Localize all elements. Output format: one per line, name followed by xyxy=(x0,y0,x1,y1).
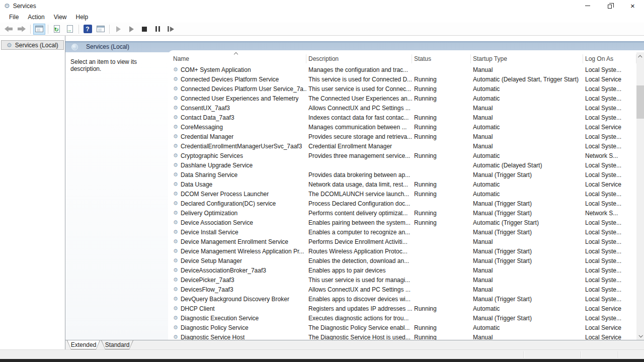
service-description: This service is used for Connected D... xyxy=(306,76,412,83)
status-bar-divider xyxy=(523,351,524,358)
service-status: Running xyxy=(412,334,471,340)
table-row[interactable]: ⚙ Data Usage Network data usage, data li… xyxy=(168,179,644,189)
scroll-up-button[interactable] xyxy=(636,52,644,61)
table-row[interactable]: ⚙ DeviceAssociationBroker_7aaf3 Enables … xyxy=(168,265,644,275)
table-row[interactable]: ⚙ CoreMessaging Manages communication be… xyxy=(168,122,644,132)
table-row[interactable]: ⚙ Data Sharing Service Provides data bro… xyxy=(168,170,644,179)
tab-extended[interactable]: Extended xyxy=(67,340,100,349)
minimize-button[interactable] xyxy=(576,0,599,12)
table-row[interactable]: ⚙ Connected Devices Platform User Servic… xyxy=(168,84,644,94)
table-row[interactable]: ⚙ DHCP Client Registers and updates IP a… xyxy=(168,304,644,313)
service-description: The Diagnostic Policy Service enabl... xyxy=(306,324,412,331)
service-gear-icon: ⚙ xyxy=(173,96,178,101)
column-header-log-on-as[interactable]: Log On As xyxy=(583,55,636,62)
resume-service-button[interactable] xyxy=(125,24,137,35)
forward-button[interactable] xyxy=(16,24,28,35)
tree-item-services-local[interactable]: ⚙ Services (Local) xyxy=(1,40,64,50)
service-name: DevicesFlow_7aaf3 xyxy=(181,286,233,293)
table-row[interactable]: ⚙ Diagnostic Service Host The Diagnostic… xyxy=(168,332,644,340)
table-row[interactable]: ⚙ Delivery Optimization Performs content… xyxy=(168,208,644,218)
refresh-button[interactable]: ↻ xyxy=(51,24,63,35)
table-row[interactable]: ⚙ Contact Data_7aaf3 Indexes contact dat… xyxy=(168,113,644,122)
column-header-name[interactable]: Name xyxy=(168,55,306,62)
table-row[interactable]: ⚙ Connected User Experiences and Telemet… xyxy=(168,94,644,103)
table-row[interactable]: ⚙ DevicesFlow_7aaf3 Allows ConnectUX and… xyxy=(168,285,644,294)
restart-service-button[interactable] xyxy=(165,24,177,35)
service-name: Connected Devices Platform User Service_… xyxy=(181,85,306,93)
tab-standard[interactable]: Standard xyxy=(101,340,133,349)
table-row[interactable]: ⚙ Cryptographic Services Provides three … xyxy=(168,151,644,160)
export-list-button[interactable]: → xyxy=(64,24,76,35)
table-row[interactable]: ⚙ Device Setup Manager Enables the detec… xyxy=(168,256,644,265)
column-header-status[interactable]: Status xyxy=(412,55,471,62)
menu-view[interactable]: View xyxy=(49,12,71,22)
column-header-startup-type[interactable]: Startup Type xyxy=(471,55,583,62)
service-gear-icon: ⚙ xyxy=(173,191,178,197)
table-row[interactable]: ⚙ Diagnostic Execution Service Executes … xyxy=(168,313,644,323)
table-row[interactable]: ⚙ COM+ System Application Manages the co… xyxy=(168,65,644,74)
service-log-on-as: Local Syste... xyxy=(583,257,636,264)
service-description: Manages the configuration and trac... xyxy=(306,66,412,73)
table-row[interactable]: ⚙ Dashlane Upgrade Service Automatic (De… xyxy=(168,160,644,170)
service-name: Device Install Service xyxy=(181,229,238,236)
sort-ascending-icon xyxy=(234,52,238,55)
table-row[interactable]: ⚙ Device Management Enrollment Service P… xyxy=(168,237,644,246)
table-row[interactable]: ⚙ DCOM Server Process Launcher The DCOML… xyxy=(168,189,644,199)
service-startup-type: Automatic xyxy=(471,85,583,93)
service-log-on-as: Local Syste... xyxy=(583,143,636,150)
show-action-pane-button[interactable] xyxy=(95,24,107,35)
table-row[interactable]: ⚙ Declared Configuration(DC) service Pro… xyxy=(168,199,644,208)
back-button[interactable] xyxy=(3,24,15,35)
restore-icon xyxy=(608,5,612,9)
service-description: Enables apps to discover devices wi... xyxy=(306,296,412,303)
service-name: DeviceAssociationBroker_7aaf3 xyxy=(181,267,266,274)
start-service-button[interactable] xyxy=(112,24,124,35)
vertical-scrollbar[interactable] xyxy=(636,52,644,340)
table-row[interactable]: ⚙ Credential Manager Provides secure sto… xyxy=(168,132,644,141)
column-header-description[interactable]: Description xyxy=(306,55,412,62)
table-row[interactable]: ⚙ Diagnostic Policy Service The Diagnost… xyxy=(168,323,644,332)
menu-file[interactable]: File xyxy=(5,12,23,22)
services-gear-icon: ⚙ xyxy=(7,42,12,48)
service-log-on-as: Local Service xyxy=(583,334,636,340)
service-description: Process Declared Configuration doc... xyxy=(306,200,412,207)
service-log-on-as: Network S... xyxy=(583,152,636,159)
service-log-on-as: Local Service xyxy=(583,181,636,188)
table-row[interactable]: ⚙ Device Install Service Enables a compu… xyxy=(168,227,644,237)
service-name: Credential Manager xyxy=(181,133,233,140)
scrollbar-thumb[interactable] xyxy=(636,85,644,119)
menu-action[interactable]: Action xyxy=(23,12,49,22)
service-description: Manages communication between ... xyxy=(306,124,412,131)
table-row[interactable]: ⚙ DevQuery Background Discovery Broker E… xyxy=(168,294,644,304)
service-status: Running xyxy=(412,95,471,102)
toolbar-separator xyxy=(109,25,110,34)
title-bar: ⚙ Services × xyxy=(0,0,644,12)
stop-service-button[interactable] xyxy=(138,24,150,35)
restore-button[interactable] xyxy=(599,0,621,12)
service-startup-type: Automatic (Delayed Start, Trigger Start) xyxy=(471,76,583,83)
close-button[interactable]: × xyxy=(621,0,644,12)
service-gear-icon: ⚙ xyxy=(173,162,178,168)
service-gear-icon: ⚙ xyxy=(173,86,178,92)
show-console-tree-button[interactable] xyxy=(33,24,45,35)
help-button[interactable]: ? xyxy=(82,24,94,35)
service-description: Performs content delivery optimizat... xyxy=(306,210,412,217)
service-description: Network data usage, data limit, rest... xyxy=(306,181,412,188)
taskbar-edge xyxy=(0,359,644,362)
table-row[interactable]: ⚙ DevicePicker_7aaf3 This user service i… xyxy=(168,275,644,285)
pause-service-button[interactable] xyxy=(151,24,164,35)
help-icon: ? xyxy=(84,25,92,33)
table-row[interactable]: ⚙ Device Management Wireless Application… xyxy=(168,246,644,256)
table-row[interactable]: ⚙ Device Association Service Enables pai… xyxy=(168,218,644,227)
service-startup-type: Automatic xyxy=(471,191,583,198)
menu-help[interactable]: Help xyxy=(71,12,93,22)
tab-extended-label: Extended xyxy=(67,340,100,349)
service-log-on-as: Local Syste... xyxy=(583,85,636,93)
table-row[interactable]: ⚙ CredentialEnrollmentManagerUserSvc_7aa… xyxy=(168,141,644,151)
table-row[interactable]: ⚙ ConsentUX_7aaf3 Allows ConnectUX and P… xyxy=(168,103,644,113)
service-gear-icon: ⚙ xyxy=(173,67,178,72)
table-row[interactable]: ⚙ Connected Devices Platform Service Thi… xyxy=(168,74,644,84)
service-startup-type: Automatic (Trigger Start) xyxy=(471,219,583,226)
scroll-down-button[interactable] xyxy=(636,331,644,340)
service-gear-icon: ⚙ xyxy=(173,239,178,244)
